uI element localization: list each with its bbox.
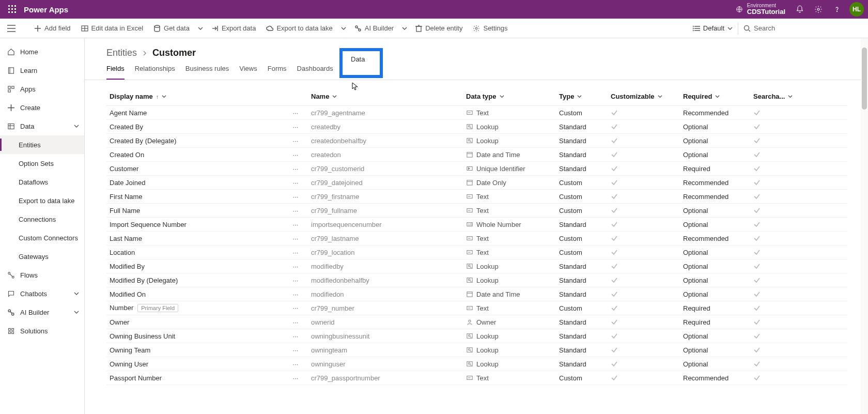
col-header-required[interactable]: Required bbox=[680, 87, 750, 106]
nav-entities[interactable]: Entities bbox=[0, 135, 84, 154]
get-data-button[interactable]: Get data bbox=[148, 19, 195, 38]
row-more-button[interactable]: ··· bbox=[288, 179, 303, 187]
row-more-button[interactable]: ··· bbox=[288, 137, 303, 145]
tab-dashboards[interactable]: Dashboards bbox=[297, 63, 333, 80]
ai-builder-button[interactable]: AI Builder bbox=[349, 19, 399, 38]
help-button[interactable] bbox=[828, 0, 846, 19]
nav-apps[interactable]: Apps bbox=[0, 80, 84, 98]
col-header-customizable[interactable]: Customizable bbox=[608, 87, 680, 106]
row-more-button[interactable]: ··· bbox=[288, 277, 303, 284]
nav-custom-connectors[interactable]: Custom Connectors bbox=[0, 228, 84, 247]
table-row[interactable]: Owning User···owninguserLookupStandardOp… bbox=[106, 357, 847, 371]
nav-chatbots[interactable]: Chatbots bbox=[0, 284, 84, 303]
nav-option-sets[interactable]: Option Sets bbox=[0, 154, 84, 173]
row-more-button[interactable]: ··· bbox=[288, 151, 303, 159]
row-more-button[interactable]: ··· bbox=[288, 207, 303, 214]
row-more-button[interactable]: ··· bbox=[288, 318, 303, 326]
table-row[interactable]: Modified By···modifiedbyLookupStandardOp… bbox=[106, 259, 847, 273]
tab-forms[interactable]: Forms bbox=[268, 63, 287, 80]
nav-export-lake[interactable]: Export to data lake bbox=[0, 191, 84, 210]
row-more-button[interactable]: ··· bbox=[288, 165, 303, 173]
row-more-button[interactable]: ··· bbox=[288, 249, 303, 256]
ai-builder-dropdown[interactable] bbox=[399, 19, 410, 38]
tab-keys[interactable]: Ke bbox=[374, 63, 382, 80]
export-data-button[interactable]: Export data bbox=[206, 19, 261, 38]
col-header-name[interactable]: Name bbox=[308, 87, 463, 106]
tab-business-rules[interactable]: Business rules bbox=[185, 63, 229, 80]
row-more-button[interactable]: ··· bbox=[288, 221, 303, 228]
environment-picker[interactable]: Environment CDSTutorial bbox=[736, 3, 785, 16]
cell-data-type: Whole Number bbox=[476, 221, 521, 228]
tab-relationships[interactable]: Relationships bbox=[135, 63, 175, 80]
nav-create[interactable]: Create bbox=[0, 98, 84, 117]
table-row[interactable]: Date Joined···cr799_datejoinedDate OnlyC… bbox=[106, 176, 847, 190]
check-icon bbox=[611, 346, 618, 354]
settings-command-button[interactable]: Settings bbox=[468, 19, 513, 38]
table-row[interactable]: Full Name···cr799_fullnameTextCustomOpti… bbox=[106, 204, 847, 218]
nav-data[interactable]: Data bbox=[0, 117, 84, 135]
search-input[interactable]: Search bbox=[738, 22, 862, 35]
user-avatar[interactable]: HL bbox=[849, 2, 864, 17]
nav-gateways[interactable]: Gateways bbox=[0, 247, 84, 266]
table-row[interactable]: NumberPrimary Field···cr799_numberTextCu… bbox=[106, 301, 847, 315]
chevron-down-icon bbox=[727, 26, 733, 31]
breadcrumb-root[interactable]: Entities bbox=[106, 48, 137, 58]
table-row[interactable]: Modified By (Delegate)···modifiedonbehal… bbox=[106, 273, 847, 287]
notifications-button[interactable] bbox=[791, 0, 809, 19]
col-header-display-name[interactable]: Display name↑ bbox=[106, 87, 308, 106]
get-data-dropdown[interactable] bbox=[195, 19, 206, 38]
table-row[interactable]: Import Sequence Number···importsequencen… bbox=[106, 218, 847, 232]
row-more-button[interactable]: ··· bbox=[288, 123, 303, 131]
tab-charts[interactable]: Charts bbox=[344, 63, 363, 80]
view-selector[interactable]: Default bbox=[688, 24, 738, 32]
table-row[interactable]: First Name···cr799_firstnameTextCustomRe… bbox=[106, 190, 847, 204]
chevron-down-icon bbox=[74, 310, 79, 315]
table-row[interactable]: Location···cr799_locationTextCustomOptio… bbox=[106, 246, 847, 259]
table-row[interactable]: Owning Team···owningteamLookupStandardOp… bbox=[106, 343, 847, 357]
table-row[interactable]: Last Name···cr799_lastnameTextCustomReco… bbox=[106, 232, 847, 246]
row-more-button[interactable]: ··· bbox=[288, 263, 303, 270]
table-row[interactable]: Created By (Delegate)···createdonbehalfb… bbox=[106, 134, 847, 148]
nav-collapse-button[interactable] bbox=[0, 19, 23, 38]
row-more-button[interactable]: ··· bbox=[288, 109, 303, 117]
nav-dataflows[interactable]: Dataflows bbox=[0, 173, 84, 191]
nav-ai-builder[interactable]: AI Builder bbox=[0, 303, 84, 321]
col-header-data-type[interactable]: Data type bbox=[463, 87, 556, 106]
cell-display-name: Customer bbox=[110, 165, 138, 173]
export-lake-button[interactable]: Export to data lake bbox=[261, 19, 337, 38]
nav-solutions[interactable]: Solutions bbox=[0, 321, 84, 340]
table-row[interactable]: Customer···cr799_customeridUnique Identi… bbox=[106, 162, 847, 176]
delete-entity-button[interactable]: Delete entity bbox=[410, 19, 468, 38]
table-row[interactable]: Modified On···modifiedonDate and TimeSta… bbox=[106, 287, 847, 301]
tab-views[interactable]: Views bbox=[239, 63, 257, 80]
col-header-type[interactable]: Type bbox=[556, 87, 608, 106]
row-more-button[interactable]: ··· bbox=[288, 193, 303, 201]
scrollbar-thumb[interactable] bbox=[862, 48, 867, 110]
settings-button[interactable] bbox=[809, 0, 828, 19]
row-more-button[interactable]: ··· bbox=[288, 235, 303, 242]
row-more-button[interactable]: ··· bbox=[288, 346, 303, 354]
table-row[interactable]: Agent Name···cr799_agentnameTextCustomRe… bbox=[106, 106, 847, 120]
nav-home[interactable]: Home bbox=[0, 42, 84, 61]
row-more-button[interactable]: ··· bbox=[288, 290, 303, 298]
row-more-button[interactable]: ··· bbox=[288, 332, 303, 340]
app-launcher-button[interactable] bbox=[4, 1, 21, 18]
add-field-button[interactable]: Add field bbox=[29, 19, 76, 38]
nav-flows[interactable]: Flows bbox=[0, 266, 84, 284]
table-row[interactable]: Passport Number···cr799_passportnumberTe… bbox=[106, 371, 847, 385]
table-row[interactable]: Owner···owneridOwnerStandardRequired bbox=[106, 315, 847, 329]
main-scrollbar[interactable] bbox=[861, 38, 868, 414]
export-lake-dropdown[interactable] bbox=[338, 19, 349, 38]
table-row[interactable]: Created On···createdonDate and TimeStand… bbox=[106, 148, 847, 162]
col-header-searchable[interactable]: Searcha... bbox=[750, 87, 847, 106]
row-more-button[interactable]: ··· bbox=[288, 374, 303, 382]
edit-data-excel-button[interactable]: Edit data in Excel bbox=[76, 19, 148, 38]
nav-connections[interactable]: Connections bbox=[0, 210, 84, 228]
tab-fields[interactable]: Fields bbox=[106, 63, 125, 80]
table-row[interactable]: Created By···createdbyLookupStandardOpti… bbox=[106, 120, 847, 134]
row-more-button[interactable]: ··· bbox=[288, 360, 303, 368]
datatype-icon bbox=[466, 263, 473, 270]
table-row[interactable]: Owning Business Unit···owningbusinessuni… bbox=[106, 329, 847, 343]
row-more-button[interactable]: ··· bbox=[288, 304, 303, 312]
nav-learn[interactable]: Learn bbox=[0, 61, 84, 80]
